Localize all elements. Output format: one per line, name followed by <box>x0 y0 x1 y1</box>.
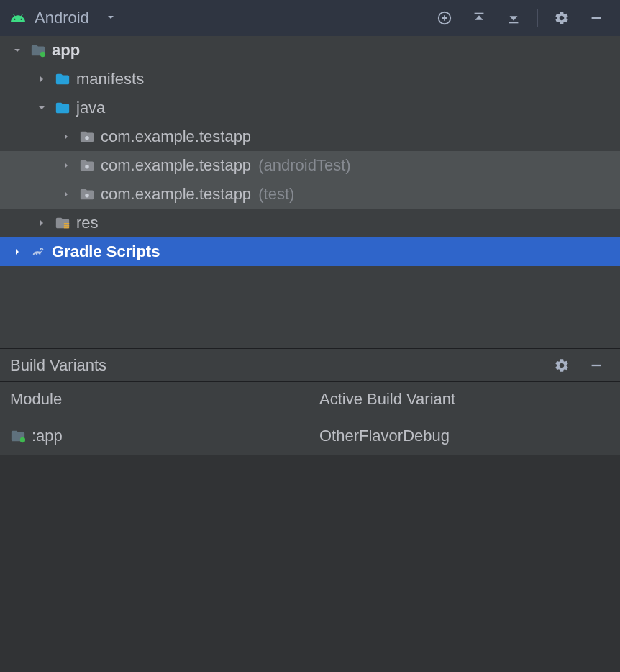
chevron-down-icon[interactable] <box>10 43 24 58</box>
tree-node-res[interactable]: res <box>0 209 620 237</box>
tree-node-java[interactable]: java <box>0 94 620 122</box>
select-opened-file-icon[interactable] <box>431 4 458 32</box>
chevron-right-icon[interactable] <box>59 130 73 144</box>
toolbar-divider <box>537 9 538 27</box>
chevron-right-icon[interactable] <box>35 72 49 86</box>
tree-node-app[interactable]: app <box>0 36 620 65</box>
build-variants-empty-area <box>0 455 620 672</box>
dropdown-arrow-icon[interactable] <box>105 9 117 27</box>
build-variants-table-header: Module Active Build Variant <box>0 381 620 417</box>
package-icon <box>79 129 95 145</box>
svg-rect-6 <box>64 225 69 227</box>
svg-point-3 <box>85 165 89 169</box>
variant-cell[interactable]: OtherFlavorDebug <box>309 417 620 455</box>
column-header-module[interactable]: Module <box>0 382 309 417</box>
chevron-right-icon[interactable] <box>35 216 49 230</box>
svg-point-1 <box>40 52 45 57</box>
module-name: :app <box>32 427 63 445</box>
project-view-toolbar: Android <box>0 0 620 36</box>
hide-icon[interactable] <box>583 352 610 379</box>
folder-icon <box>55 100 70 116</box>
settings-icon[interactable] <box>548 4 575 32</box>
tree-label: com.example.testapp (androidTest) <box>101 156 351 175</box>
tree-label: Gradle Scripts <box>52 242 160 261</box>
project-tree: app manifests java com.example.testapp <box>0 36 620 348</box>
chevron-right-icon[interactable] <box>59 158 73 173</box>
chevron-right-icon[interactable] <box>10 245 24 259</box>
svg-point-4 <box>85 194 89 198</box>
tree-label: app <box>52 41 80 60</box>
project-view-selector-label[interactable]: Android <box>35 9 89 27</box>
gradle-icon <box>30 244 46 260</box>
android-icon <box>10 10 26 26</box>
chevron-down-icon[interactable] <box>35 101 49 115</box>
module-cell[interactable]: :app <box>0 417 309 455</box>
svg-rect-5 <box>64 223 69 224</box>
tree-node-manifests[interactable]: manifests <box>0 65 620 94</box>
chevron-right-icon[interactable] <box>59 187 73 201</box>
table-row: :app OtherFlavorDebug <box>0 417 620 455</box>
tree-label: com.example.testapp <box>101 127 251 146</box>
package-icon <box>79 158 95 173</box>
tree-label: manifests <box>76 70 144 88</box>
module-folder-icon <box>10 428 26 444</box>
folder-icon <box>55 71 70 87</box>
svg-rect-7 <box>64 227 69 229</box>
collapse-all-icon[interactable] <box>500 4 527 32</box>
tree-label: java <box>76 99 105 117</box>
tree-node-package-main[interactable]: com.example.testapp <box>0 122 620 151</box>
tree-node-gradle-scripts[interactable]: Gradle Scripts <box>0 237 620 266</box>
tree-label: res <box>76 214 99 232</box>
settings-icon[interactable] <box>548 352 575 379</box>
build-variants-header: Build Variants <box>0 348 620 381</box>
tree-node-package-test[interactable]: com.example.testapp (test) <box>0 180 620 209</box>
svg-point-2 <box>85 136 89 140</box>
tree-label: com.example.testapp (test) <box>101 185 294 204</box>
column-header-variant[interactable]: Active Build Variant <box>309 382 620 417</box>
package-icon <box>79 186 95 202</box>
hide-icon[interactable] <box>583 4 610 32</box>
build-variants-panel: Build Variants Module Active Build Varia… <box>0 348 620 672</box>
module-folder-icon <box>30 42 46 58</box>
build-variants-table: Module Active Build Variant :app OtherFl… <box>0 381 620 455</box>
build-variants-title: Build Variants <box>10 356 541 375</box>
resources-folder-icon <box>55 215 70 231</box>
tree-node-package-androidTest[interactable]: com.example.testapp (androidTest) <box>0 151 620 180</box>
svg-point-8 <box>20 437 25 442</box>
expand-all-icon[interactable] <box>465 4 493 32</box>
